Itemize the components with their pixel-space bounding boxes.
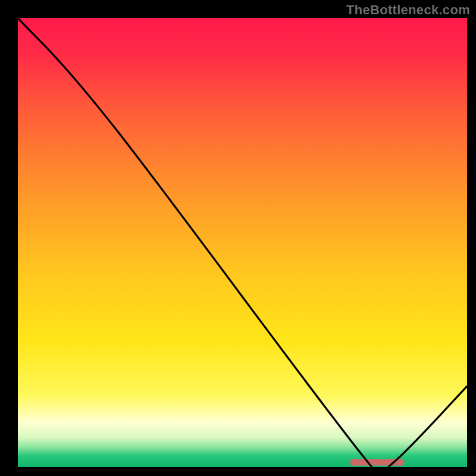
plot-area (18, 18, 467, 467)
gradient-background (18, 18, 467, 467)
attribution-label: TheBottleneck.com (346, 2, 470, 18)
chart-frame: TheBottleneck.com (0, 0, 476, 476)
bottleneck-chart (18, 18, 467, 467)
